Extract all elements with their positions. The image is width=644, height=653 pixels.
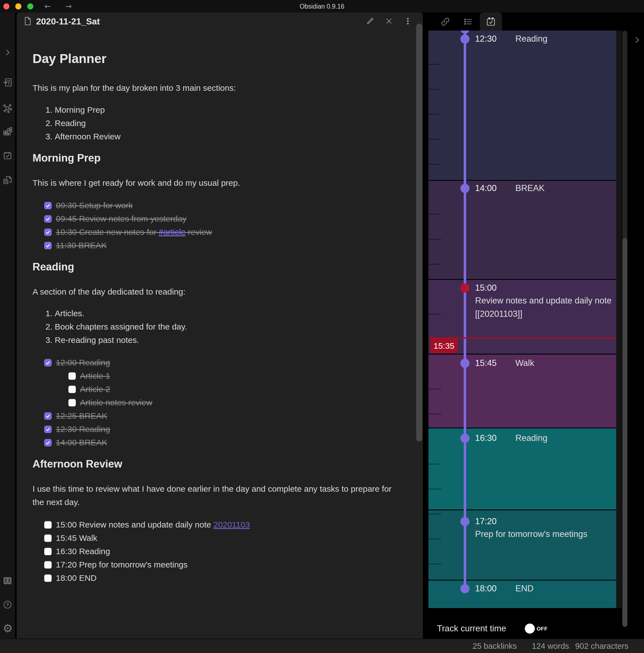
edit-icon[interactable]	[366, 17, 374, 26]
task-row: Article 2	[44, 383, 416, 396]
editor-scrollbar[interactable]	[416, 24, 422, 441]
task-row: 17:20 Prep for tomorrow's meetings	[44, 558, 416, 571]
vault-switcher-icon[interactable]	[3, 576, 12, 585]
event-time: 16:30	[475, 431, 497, 445]
task-checkbox[interactable]	[44, 534, 52, 542]
timeline-tick	[429, 464, 441, 464]
task-text: Article 1	[80, 371, 110, 381]
tab-day-planner-calendar-icon[interactable]	[486, 17, 496, 27]
task-checkbox[interactable]	[68, 372, 76, 380]
panel-scrollbar-thumb[interactable]	[622, 238, 627, 627]
more-options-icon[interactable]	[404, 17, 412, 26]
task-checkbox[interactable]	[44, 561, 52, 569]
event-time: 18:00	[475, 582, 497, 595]
task-row: 18:00 END	[44, 571, 416, 585]
timeline-tick	[429, 89, 441, 90]
task-checkbox[interactable]	[44, 439, 52, 446]
timeline-tick	[429, 139, 441, 140]
open-daily-note-icon[interactable]	[3, 78, 12, 87]
timeline-tick	[429, 264, 441, 265]
task-checkbox[interactable]	[44, 215, 52, 223]
task-row: 16:30 Reading	[44, 545, 416, 558]
task-checkbox[interactable]	[44, 521, 52, 529]
task-checkbox[interactable]	[44, 426, 52, 433]
task-text-part: 09:30 Setup for work	[56, 201, 133, 210]
task-text-part: Article 2	[80, 385, 110, 394]
task-text: 14:00 BREAK	[56, 438, 107, 447]
note-title: 2020-11-21_Sat	[36, 16, 100, 27]
random-note-icon[interactable]	[3, 127, 12, 136]
timeline-dot	[460, 517, 469, 526]
list-item: Re-reading past notes.	[55, 334, 416, 347]
task-checkbox[interactable]	[44, 575, 52, 582]
toc-item: Reading	[55, 117, 416, 130]
task-checkbox[interactable]	[44, 359, 52, 366]
task-text: 11:30 BREAK	[56, 241, 107, 250]
task-text: 12:00 Reading	[56, 358, 110, 367]
timeline-tick	[429, 239, 441, 240]
expand-sidebar-icon[interactable]	[3, 48, 12, 57]
track-current-time-toggle[interactable]: OFF	[524, 622, 551, 635]
event-title: Walk	[515, 357, 534, 370]
task-row: 15:45 Walk	[44, 531, 416, 545]
toc-item: Afternoon Review	[55, 130, 416, 143]
character-count: 902 characters	[575, 642, 628, 651]
task-checkbox[interactable]	[44, 228, 52, 236]
timeline-tick	[429, 314, 441, 315]
task-text-part: Article notes review	[80, 398, 152, 407]
timeline-block	[429, 181, 616, 279]
timeline-dot	[460, 34, 469, 44]
task-text: 10:30 Create new notes for #article revi…	[56, 227, 212, 237]
task-text: 17:20 Prep for tomorrow's meetings	[56, 560, 187, 570]
toggle-state-label: OFF	[537, 622, 548, 635]
backlinks-count: 25 backlinks	[473, 642, 517, 651]
duplicate-note-icon[interactable]	[3, 175, 12, 185]
task-list: 12:00 ReadingArticle 1Article 2Article n…	[32, 356, 416, 449]
status-bar: 25 backlinks 124 words 902 characters	[0, 638, 644, 653]
settings-icon[interactable]: ⚙	[3, 624, 12, 633]
task-row: 12:25 BREAK	[44, 409, 416, 422]
collapse-right-sidebar-icon[interactable]	[632, 34, 642, 46]
task-text: 18:00 END	[56, 573, 97, 583]
timeline-dot	[460, 184, 469, 193]
right-panel-tabs	[428, 13, 644, 30]
task-row: Article notes review	[44, 396, 416, 409]
section-paragraph: I use this time to review what I have do…	[32, 482, 402, 509]
timeline-block	[429, 30, 616, 180]
left-ribbon: ? ⚙	[0, 13, 15, 638]
event-time: 14:00	[475, 182, 497, 195]
tab-backlinks-link-icon[interactable]	[440, 17, 450, 27]
day-planner-icon[interactable]	[3, 151, 12, 160]
task-list: 09:30 Setup for work09:45 Review notes f…	[32, 199, 416, 252]
task-text-part: 14:00 BREAK	[56, 438, 107, 447]
timeline-tick	[429, 539, 441, 539]
list-item: Book chapters assigned for the day.	[55, 320, 416, 334]
task-checkbox[interactable]	[44, 202, 52, 209]
task-checkbox[interactable]	[44, 548, 52, 555]
graph-view-icon[interactable]	[3, 103, 12, 113]
task-text-part: 12:25 BREAK	[56, 411, 107, 420]
section-heading: Morning Prep	[32, 152, 416, 164]
task-checkbox[interactable]	[44, 242, 52, 249]
section-paragraph: A section of the day dedicated to readin…	[32, 285, 402, 298]
timeline-tick	[429, 489, 441, 489]
tab-outline-list-icon[interactable]	[463, 17, 473, 27]
task-text: 09:30 Setup for work	[56, 201, 133, 210]
close-icon[interactable]	[385, 17, 393, 26]
task-text-part: 17:20 Prep for tomorrow's meetings	[56, 560, 187, 569]
timeline-tick	[429, 389, 441, 389]
task-text-part: 18:00 END	[56, 573, 97, 582]
task-text-part: Article 1	[80, 371, 110, 380]
task-row: 09:30 Setup for work	[44, 199, 416, 212]
task-link[interactable]: 20201103	[213, 520, 250, 529]
page-title: Day Planner	[32, 51, 416, 66]
task-checkbox[interactable]	[68, 399, 76, 407]
task-checkbox[interactable]	[44, 412, 52, 420]
day-planner-timeline: 12:30Reading14:00BREAK15:00Review notes …	[429, 0, 616, 638]
track-current-time-label: Track current time	[437, 622, 506, 635]
help-icon[interactable]: ?	[3, 600, 12, 609]
task-text-part: 16:30 Reading	[56, 547, 110, 556]
task-link[interactable]: #article	[159, 227, 186, 237]
task-checkbox[interactable]	[68, 386, 76, 393]
task-text: 15:00 Review notes and update daily note…	[56, 520, 250, 529]
